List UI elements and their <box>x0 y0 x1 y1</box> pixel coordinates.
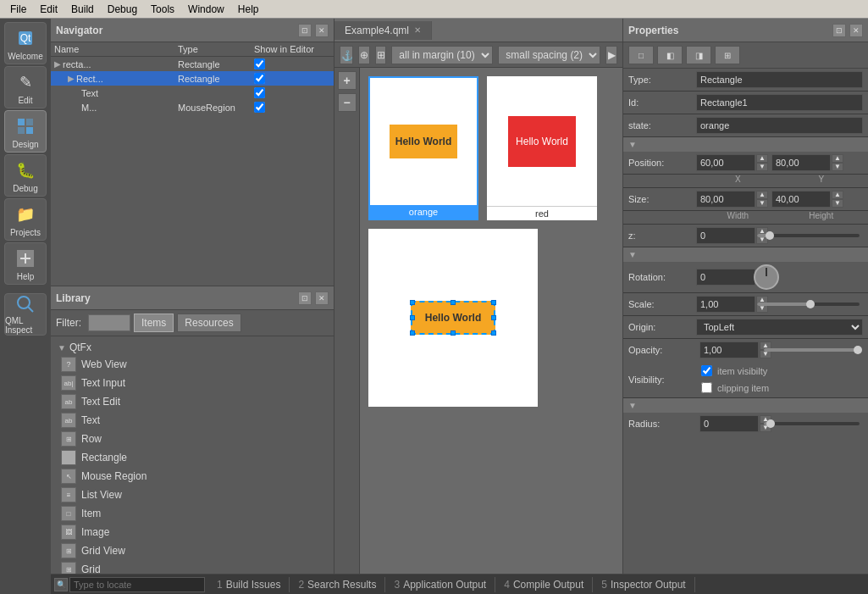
prop-height-input[interactable] <box>771 191 831 208</box>
zoom-in-btn[interactable]: + <box>338 71 357 90</box>
sidebar-btn-welcome[interactable]: Qt Welcome <box>4 22 47 64</box>
prop-z-input[interactable] <box>696 227 755 244</box>
handle-bottom-right[interactable] <box>491 330 496 336</box>
handle-bottom-mid[interactable] <box>451 330 456 336</box>
rotation-dial[interactable] <box>754 264 779 290</box>
prop-scale-thumb[interactable] <box>806 300 815 308</box>
canvas-content[interactable]: Hello World orange Hello World <box>360 68 622 574</box>
nav-row-text[interactable]: Text <box>51 86 334 100</box>
handle-top-right[interactable] <box>491 300 496 305</box>
nav-cell-check-2[interactable] <box>254 87 330 98</box>
nav-row-rectangle2[interactable]: ▶ Rect... Rectangle <box>51 71 334 86</box>
prop-y-up[interactable]: ▲ <box>832 154 843 163</box>
prop-clipping-check[interactable] <box>701 382 712 393</box>
library-filter-input[interactable] <box>88 314 130 331</box>
lib-item-text[interactable]: ab Text <box>54 411 330 430</box>
prop-z-slider[interactable] <box>757 234 860 237</box>
status-tab-appout[interactable]: 3 Application Output <box>385 577 495 592</box>
prop-opacity-thumb[interactable] <box>854 346 862 354</box>
sidebar-btn-help[interactable]: Help <box>4 242 47 285</box>
status-tab-inspector[interactable]: 5 Inspector Output <box>593 577 694 592</box>
prop-rotation-input[interactable] <box>696 269 755 286</box>
library-group-header[interactable]: ▼ QtFx <box>54 340 330 355</box>
library-close-btn[interactable]: ✕ <box>315 291 329 305</box>
canvas-spacing-select[interactable]: small spacing (2) <box>498 46 600 64</box>
prop-section-transform[interactable]: ▼ <box>623 247 868 262</box>
nav-check-1[interactable] <box>254 73 265 84</box>
prop-origin-select[interactable]: TopLeft <box>696 319 863 336</box>
prop-radius-input[interactable] <box>699 415 759 432</box>
properties-float-btn[interactable]: ⊡ <box>832 24 846 37</box>
prop-type-input[interactable] <box>696 71 863 88</box>
status-tab-compile[interactable]: 4 Compile Output <box>495 577 593 592</box>
prop-opacity-input[interactable] <box>699 341 759 358</box>
prop-width-input[interactable] <box>696 191 755 208</box>
canvas-tool-snap[interactable]: ⊕ <box>358 46 370 64</box>
canvas-tool-layout[interactable]: ⊞ <box>375 46 387 64</box>
prop-z-thumb[interactable] <box>766 231 774 240</box>
menu-file[interactable]: File <box>3 2 33 17</box>
sidebar-btn-qmlinspect[interactable]: QML Inspect <box>4 293 47 336</box>
menu-debug[interactable]: Debug <box>101 2 144 17</box>
lib-item-grid[interactable]: ⊞ Grid <box>54 560 330 574</box>
editor-tab-example4[interactable]: Example4.qml ✕ <box>334 21 432 40</box>
prop-tool-1[interactable]: □ <box>628 46 654 64</box>
design-bottom-canvas[interactable]: Hello World <box>368 229 538 407</box>
prop-x-input[interactable] <box>696 154 755 171</box>
prop-state-input[interactable] <box>696 117 863 134</box>
prop-y-input[interactable] <box>771 154 831 171</box>
library-resources-btn[interactable]: Resources <box>177 314 240 332</box>
sidebar-btn-design[interactable]: Design <box>4 110 47 153</box>
qml-canvas-red[interactable]: Hello World red <box>487 76 597 220</box>
prop-section-appearance[interactable]: ▼ <box>623 398 868 413</box>
canvas-layout-select[interactable]: all in margin (10) <box>391 46 493 64</box>
handle-mid-right[interactable] <box>491 315 496 320</box>
lib-item-item[interactable]: □ Item <box>54 504 330 523</box>
properties-close-btn[interactable]: ✕ <box>849 24 863 37</box>
nav-cell-check-3[interactable] <box>254 102 330 113</box>
navigator-close-btn[interactable]: ✕ <box>315 24 329 37</box>
nav-check-3[interactable] <box>254 102 265 113</box>
selected-rectangle[interactable]: Hello World <box>411 301 495 335</box>
canvas-tool-more[interactable]: ▶ <box>605 46 617 64</box>
prop-scale-input[interactable] <box>696 296 755 313</box>
lib-item-rectangle[interactable]: Rectangle <box>54 448 330 467</box>
prop-scale-slider[interactable] <box>757 303 860 306</box>
menu-build[interactable]: Build <box>64 2 101 17</box>
red-rectangle[interactable]: Hello World <box>508 116 576 167</box>
prop-visibility-check1[interactable] <box>701 365 712 376</box>
prop-height-down[interactable]: ▼ <box>832 199 843 208</box>
prop-width-down[interactable]: ▼ <box>756 199 768 208</box>
library-items-btn[interactable]: Items <box>134 314 174 332</box>
lib-item-row[interactable]: ⊞ Row <box>54 430 330 448</box>
prop-y-down[interactable]: ▼ <box>832 163 843 171</box>
lib-item-image[interactable]: 🖼 Image <box>54 523 330 541</box>
nav-row-mouseregion[interactable]: M... MouseRegion <box>51 100 334 114</box>
lib-item-gridview[interactable]: ⊞ Grid View <box>54 541 330 560</box>
lib-item-textinput[interactable]: ab| Text Input <box>54 374 330 392</box>
lib-item-mouseregion[interactable]: ↖ Mouse Region <box>54 467 330 486</box>
sidebar-btn-edit[interactable]: ✎ Edit <box>4 66 47 108</box>
prop-x-down[interactable]: ▼ <box>756 163 768 171</box>
library-float-btn[interactable]: ⊡ <box>298 291 312 305</box>
menu-window[interactable]: Window <box>181 2 231 17</box>
prop-opacity-slider[interactable] <box>764 348 860 352</box>
handle-top-left[interactable] <box>410 300 415 305</box>
status-search-icon[interactable]: 🔍 <box>54 578 68 591</box>
qml-canvas-orange[interactable]: Hello World orange <box>368 76 478 220</box>
prop-x-up[interactable]: ▲ <box>756 154 768 163</box>
handle-top-mid[interactable] <box>451 300 456 305</box>
orange-rectangle[interactable]: Hello World <box>390 125 457 158</box>
menu-edit[interactable]: Edit <box>33 2 64 17</box>
canvas-tool-anchor[interactable]: ⚓ <box>340 46 353 64</box>
lib-item-listview[interactable]: ≡ List View <box>54 486 330 504</box>
prop-radius-slider[interactable] <box>764 422 860 425</box>
prop-id-input[interactable] <box>696 94 863 111</box>
prop-tool-4[interactable]: ⊞ <box>715 46 740 64</box>
nav-check-0[interactable] <box>254 58 265 69</box>
prop-width-up[interactable]: ▲ <box>756 191 768 199</box>
sidebar-btn-projects[interactable]: 📁 Projects <box>4 198 47 241</box>
nav-cell-check-1[interactable] <box>254 73 330 84</box>
sidebar-btn-debug[interactable]: 🐛 Debug <box>4 154 47 197</box>
editor-tab-close[interactable]: ✕ <box>414 25 421 35</box>
